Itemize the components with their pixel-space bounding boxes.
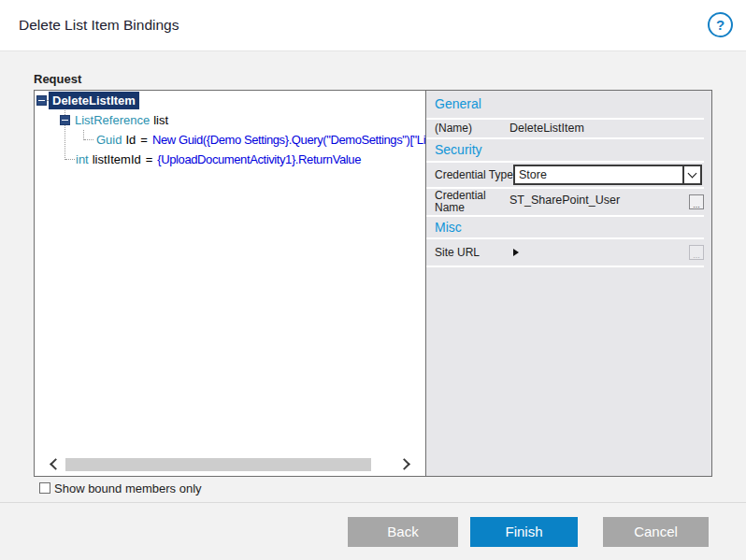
equals-sign: = [140,133,148,147]
property-row-credential-name[interactable]: Credential Name ST_SharePoint_User ... [426,189,704,217]
tree-node-label: DeleteListItem [49,92,139,109]
tree-node-name: Id [125,133,136,147]
collapse-icon[interactable] [60,115,70,125]
dialog-header: Delete List Item Bindings ? [0,0,746,51]
property-value: ST_SharePoint_User [509,194,620,207]
tree-node-guid-id[interactable]: GuidId=New Guid({Demo Settings}.Query("D… [35,130,425,150]
browse-button-disabled: ... [689,245,704,260]
section-security: Security [426,139,704,163]
property-row-name[interactable]: (Name) DeleteListItem [426,120,704,139]
scrollbar-thumb[interactable] [65,458,371,471]
chevron-down-icon[interactable] [682,166,700,183]
tree-node-type: Guid [96,133,122,147]
back-button[interactable]: Back [348,517,458,547]
scroll-left-icon[interactable] [50,458,62,470]
property-row-credential-type: Credential Type Store [426,163,704,189]
tree-node-name: list [153,113,168,127]
tree-node-name: listItemId [93,152,141,166]
section-general: General [426,91,704,120]
help-icon[interactable]: ? [708,12,733,37]
finish-button[interactable]: Finish [470,517,578,547]
show-bound-members-checkbox[interactable] [39,482,50,494]
bindings-tree: DeleteListItem ListReferencelist GuidId=… [35,91,426,476]
property-label: Credential Type [435,163,513,187]
collapse-icon[interactable] [36,95,47,106]
footer-divider [0,502,746,503]
tree-node-binding-expression: New Guid({Demo Settings}.Query("DemoSett… [152,133,426,147]
tree-node-binding-expression: {UploadDocumentActivity1}.ReturnValue [157,152,361,166]
tree-node-type: ListReference [75,113,150,127]
dialog-title: Delete List Item Bindings [19,17,179,34]
dropdown-value: Store [519,168,547,181]
tree-node-listitemid[interactable]: intlistItemId={UploadDocumentActivity1}.… [35,150,425,169]
credential-type-dropdown[interactable]: Store [513,165,702,185]
section-misc: Misc [426,217,704,239]
property-label: (Name) [435,120,472,137]
property-label: Site URL [435,239,480,266]
scroll-right-icon[interactable] [398,458,410,470]
request-group-label: Request [34,72,81,86]
tree-node-type: int [76,152,89,166]
show-bound-members-label: Show bound members only [54,481,202,495]
request-group-box: DeleteListItem ListReferencelist GuidId=… [34,90,712,477]
property-value: DeleteListItem [509,120,584,137]
property-grid: General (Name) DeleteListItem Security C… [426,91,711,476]
equals-sign: = [146,152,153,166]
browse-button[interactable]: ... [689,194,704,209]
property-label: Credential Name [435,190,500,214]
property-row-site-url[interactable]: Site URL ... [426,239,704,267]
tree-node-listreference[interactable]: ListReferencelist [35,110,425,130]
expand-triangle-icon[interactable] [513,249,519,256]
cancel-button[interactable]: Cancel [603,517,709,547]
tree-node-deletelistitem[interactable]: DeleteListItem [35,91,425,110]
